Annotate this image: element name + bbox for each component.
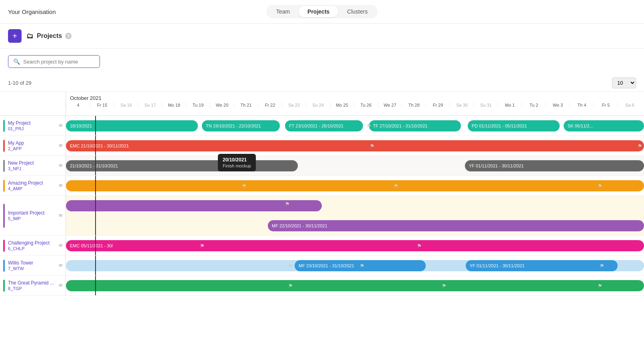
gantt-bar-2-1[interactable]: EMC 21/10/2021 - 30/11/2021	[66, 140, 644, 151]
project-code-4: 4_AMP	[8, 186, 58, 191]
timeline-day-19: Tu 19	[186, 102, 210, 108]
project-name-4[interactable]: Amazing Project	[8, 180, 58, 187]
project-row-2: My App 2_APP ✉	[0, 136, 66, 156]
flag-icon-4c: ⚑	[598, 183, 602, 189]
mail-icon-3: ✉	[59, 163, 62, 168]
gantt-bar-1-2[interactable]: TN 19/10/2021 - 22/10/2021	[202, 120, 280, 131]
project-code-5: 5_IMP	[8, 216, 58, 221]
search-box: 🔍	[8, 55, 100, 68]
color-bar-3	[3, 160, 5, 172]
timeline-day-4: Th 4	[570, 102, 594, 108]
tab-team[interactable]: Team	[267, 6, 299, 17]
timeline-day-26: Tu 26	[354, 102, 378, 108]
per-page-select[interactable]: 10 25 50 100	[612, 78, 636, 88]
flag-icon-7a: ⚑	[288, 263, 293, 269]
gantt-bar-3-2[interactable]: YF 01/11/2021 - 30/11/2021	[465, 160, 644, 171]
pagination-summary: 1-10 of 29	[8, 80, 32, 86]
project-name-5[interactable]: Important Project	[8, 210, 58, 217]
flag-icon-4a: ⚑	[242, 183, 247, 189]
tab-clusters[interactable]: Clusters	[338, 6, 376, 17]
project-row-7: Willis Tower 7_WTW ✉	[0, 256, 66, 276]
flag-icon-8b: ⚑	[442, 282, 447, 288]
timeline-day-31: Su 31	[474, 102, 498, 108]
project-code-7: 7_WTW	[8, 266, 58, 271]
gantt-right-panel: October 2021 4Fr 15Sa 16Su 17Mo 18Tu 19W…	[66, 92, 644, 296]
project-name-7[interactable]: Willis Tower	[8, 260, 58, 267]
help-icon[interactable]: ?	[65, 33, 72, 39]
gantt-row-2: EMC 21/10/2021 - 30/11/2021 ⚑ ⚑	[66, 136, 644, 156]
color-bar-8	[3, 280, 5, 292]
color-bar-2	[3, 140, 5, 152]
mail-icon-2: ✉	[59, 143, 62, 148]
gantt-bar-1-5[interactable]: PD 01/11/2021 - 05/11/2021	[468, 120, 560, 131]
gantt-container: My Project 01_PRJ ✉ My App 2_APP ✉ New P…	[0, 92, 644, 296]
org-name: Your Organisation	[8, 8, 56, 15]
timeline-day-3: We 3	[546, 102, 570, 108]
timeline-days: 4Fr 15Sa 16Su 17Mo 18Tu 19We 20Th 21Fr 2…	[66, 102, 644, 108]
today-line-3	[95, 156, 96, 175]
project-name-1[interactable]: My Project	[8, 120, 58, 127]
gantt-row-4: ⚑ ⚑ ⚑	[66, 176, 644, 196]
add-button[interactable]: +	[8, 29, 22, 43]
mail-icon-1: ✉	[59, 123, 62, 128]
timeline-day-20: We 20	[210, 102, 234, 108]
gantt-bar-5-bottom[interactable]: MF 22/10/2021 - 30/11/2021	[268, 220, 644, 231]
gantt-bar-8-1[interactable]	[66, 280, 644, 291]
gantt-row-1: 18/10/2021 TN 19/10/2021 - 22/10/2021 FT…	[66, 116, 644, 136]
project-row-8: The Great Pyramid ... 8_TGP ✉	[0, 276, 66, 296]
gantt-bar-1-6[interactable]: SK 06/11/2...	[564, 120, 644, 131]
project-code-3: 3_NPJ	[8, 166, 58, 171]
search-input[interactable]	[23, 59, 95, 65]
gantt-bar-1-4[interactable]: TF 27/10/2021 - 31/10/2021	[369, 120, 461, 131]
today-line-6	[95, 236, 96, 255]
color-bar-6	[3, 240, 5, 252]
briefcase-icon: 🗂	[26, 32, 34, 40]
color-bar-1	[3, 120, 5, 132]
project-name-8[interactable]: The Great Pyramid ...	[8, 280, 58, 286]
timeline-day-5: Fr 5	[594, 102, 618, 108]
timeline-day-18: Mo 18	[162, 102, 186, 108]
gantt-row-5: ⚑ MF 22/10/2021 - 30/11/2021	[66, 196, 644, 236]
gantt-bar-7-2[interactable]: YF 01/11/2021 - 30/11/2021	[466, 260, 618, 271]
timeline-day-21: Th 21	[234, 102, 258, 108]
gantt-bar-3-1[interactable]: 21/10/2021 - 31/10/2021	[66, 160, 298, 171]
gantt-row-6: EMC 05/11/2021 - 30/ ⚑ ⚑	[66, 236, 644, 256]
gantt-scroll-area: October 2021 4Fr 15Sa 16Su 17Mo 18Tu 19W…	[66, 92, 644, 296]
mail-icon-6: ✉	[59, 243, 62, 248]
color-bar-4	[3, 180, 5, 192]
gantt-left-header	[0, 92, 66, 116]
gantt-bar-4-1[interactable]	[66, 180, 644, 191]
gantt-bar-5-top[interactable]	[66, 200, 322, 211]
project-code-6: 6_CHLP	[8, 246, 58, 251]
today-line-2	[95, 136, 96, 155]
project-name-6[interactable]: Challenging Project	[8, 240, 58, 247]
top-bar: Your Organisation Team Projects Clusters	[0, 0, 644, 24]
project-name-2[interactable]: My App	[8, 140, 58, 147]
timeline-day-24: Su 24	[306, 102, 330, 108]
today-line-5	[95, 196, 96, 235]
tab-projects[interactable]: Projects	[299, 6, 338, 17]
today-line-7	[95, 256, 96, 275]
gantt-bar-1-3[interactable]: FT 23/10/2021 - 26/10/2021	[285, 120, 363, 131]
flag-icon-6b: ⚑	[417, 243, 422, 249]
flag-icon-1: ⚑	[367, 123, 371, 129]
flag-icon-6a: ⚑	[200, 243, 205, 249]
timeline-day-16: Sa 16	[114, 102, 138, 108]
flag-icon-3a: ⚑	[219, 163, 223, 169]
toolbar: + 🗂 Projects ?	[0, 24, 644, 49]
flag-icon-8a: ⚑	[288, 282, 293, 288]
project-name-3[interactable]: New Project	[8, 160, 58, 167]
flag-icon-5a: ⚑	[285, 201, 290, 207]
gantt-bar-6-1[interactable]: EMC 05/11/2021 - 30/	[66, 240, 644, 251]
timeline-day-23: Sa 23	[282, 102, 306, 108]
today-line-8	[95, 276, 96, 295]
gantt-timeline-header: October 2021 4Fr 15Sa 16Su 17Mo 18Tu 19W…	[66, 92, 644, 116]
gantt-bar-1-1[interactable]: 18/10/2021	[66, 120, 198, 131]
gantt-row-7: ⚑ MF 23/10/2021 - 31/10/2021 ⚑ YF 01/11/…	[66, 256, 644, 276]
timeline-day-22: Fr 22	[258, 102, 282, 108]
color-bar-5	[3, 204, 5, 228]
flag-icon-2b: ⚑	[638, 143, 642, 149]
gantt-row-3: 21/10/2021 - 31/10/2021 ⚑ YF 01/11/2021 …	[66, 156, 644, 176]
timeline-day-1: Mo 1	[498, 102, 522, 108]
flag-icon-8c: ⚑	[598, 282, 602, 288]
